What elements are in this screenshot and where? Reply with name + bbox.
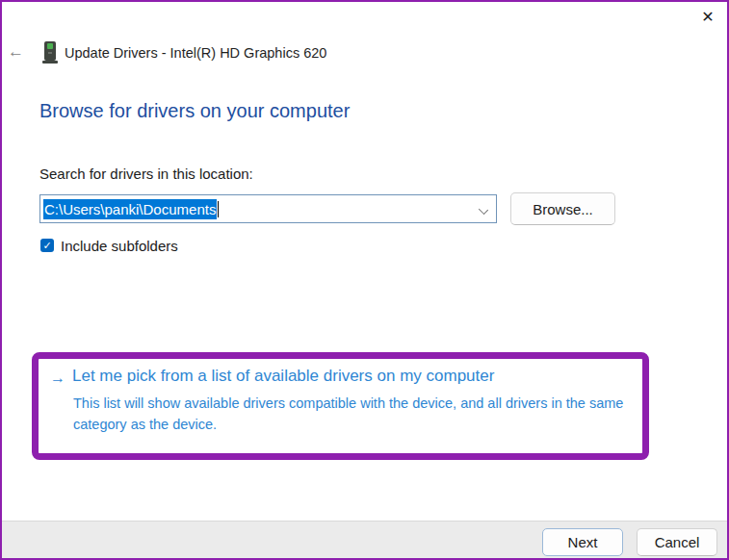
browse-button[interactable]: Browse... [510, 192, 615, 225]
device-icon-base [42, 61, 58, 64]
search-location-label: Search for drivers in this location: [39, 165, 253, 182]
next-button[interactable]: Next [542, 528, 623, 556]
checkbox-checked-icon[interactable]: ✓ [40, 239, 54, 252]
device-icon-slot [48, 52, 52, 54]
window-title: Update Drivers - Intel(R) HD Graphics 62… [65, 45, 326, 61]
include-subfolders-label: Include subfolders [61, 238, 178, 254]
close-icon[interactable]: ✕ [696, 6, 719, 29]
update-drivers-wizard-window: ✕ ← Update Drivers - Intel(R) HD Graphic… [0, 0, 729, 560]
device-driver-icon [42, 41, 60, 65]
arrow-right-icon: → [50, 369, 65, 387]
let-me-pick-link[interactable]: Let me pick from a list of available dri… [72, 367, 494, 386]
text-caret [218, 201, 219, 217]
driver-location-combobox[interactable]: C:\Users\panki\Documents [39, 194, 497, 223]
path-value-selected-text: C:\Users\panki\Documents [43, 199, 217, 219]
screenshot-annotation-frame [0, 0, 729, 560]
chevron-down-icon[interactable] [479, 205, 488, 215]
include-subfolders-checkbox-row[interactable]: ✓ Include subfolders [40, 237, 178, 254]
cancel-button[interactable]: Cancel [637, 528, 717, 556]
back-arrow-icon[interactable]: ← [8, 42, 24, 62]
let-me-pick-description: This list will show available drivers co… [73, 393, 639, 435]
device-icon-green-led [47, 43, 53, 49]
page-title: Browse for drivers on your computer [39, 100, 350, 122]
